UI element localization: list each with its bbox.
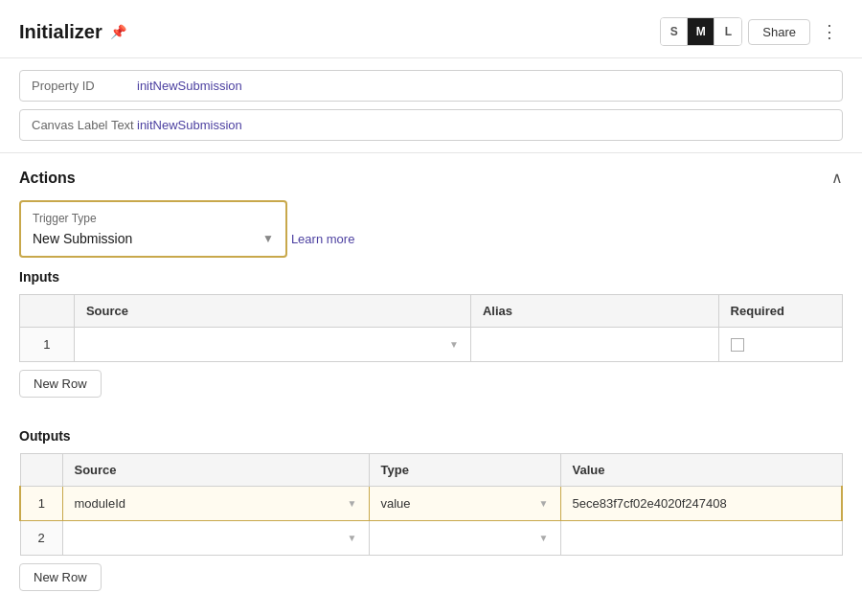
trigger-type-box[interactable]: Trigger Type New Submission ▼	[19, 200, 287, 258]
outputs-value-cell-2[interactable]	[560, 521, 842, 556]
inputs-col-alias: Alias	[470, 295, 718, 328]
size-m-button[interactable]: M	[688, 18, 715, 45]
more-menu-button[interactable]: ⋮	[816, 18, 843, 45]
cell-arrow-icon: ▼	[348, 498, 357, 509]
outputs-col-num	[20, 454, 62, 487]
canvas-label-label: Canvas Label Text	[32, 118, 137, 132]
outputs-value-1: 5ece83f7cf02e4020f247408	[573, 496, 727, 511]
actions-title: Actions	[19, 170, 76, 187]
table-row: 1 moduleId ▼ value ▼ 5ece83f7cf02e4020f2…	[20, 487, 842, 521]
size-group: S M L	[660, 17, 742, 46]
size-s-button[interactable]: S	[661, 18, 688, 45]
cell-arrow-icon: ▼	[539, 498, 549, 509]
outputs-section: Outputs Source Type Value 1 moduleId ▼ v…	[0, 428, 862, 616]
outputs-value-cell-1[interactable]: 5ece83f7cf02e4020f247408	[560, 487, 842, 521]
property-id-label: Property ID	[32, 79, 137, 93]
cell-arrow-icon: ▼	[539, 533, 549, 543]
outputs-new-row-button[interactable]: New Row	[19, 563, 102, 591]
inputs-table: Source Alias Required 1 ▼	[19, 294, 843, 362]
inputs-source-cell-1[interactable]: ▼	[74, 328, 470, 362]
outputs-title: Outputs	[19, 428, 843, 444]
table-row: 2 ▼ ▼	[20, 521, 842, 556]
inputs-col-required: Required	[718, 295, 842, 328]
actions-section: Actions ∧ Trigger Type New Submission ▼ …	[0, 153, 862, 428]
row-num-2: 2	[20, 521, 62, 556]
canvas-label-field[interactable]: Canvas Label Text initNewSubmission	[19, 109, 843, 141]
header-left: Initializer 📌	[19, 21, 126, 43]
share-button[interactable]: Share	[748, 19, 810, 45]
inputs-header-row: Source Alias Required	[20, 295, 843, 328]
outputs-source-cell-2[interactable]: ▼	[62, 521, 369, 556]
inputs-new-row-button[interactable]: New Row	[19, 370, 102, 398]
outputs-col-source: Source	[62, 454, 369, 487]
property-id-field[interactable]: Property ID initNewSubmission	[19, 70, 843, 102]
outputs-type-cell-1[interactable]: value ▼	[369, 487, 560, 521]
page-title: Initializer	[19, 21, 102, 43]
outputs-source-cell-1[interactable]: moduleId ▼	[62, 487, 369, 521]
pin-icon: 📌	[110, 24, 126, 39]
outputs-header-row: Source Type Value	[20, 454, 842, 487]
inputs-col-num	[20, 295, 75, 328]
row-num-1: 1	[20, 328, 75, 362]
size-l-button[interactable]: L	[715, 18, 741, 45]
actions-header: Actions ∧	[19, 169, 843, 187]
header-right: S M L Share ⋮	[660, 17, 843, 46]
cell-arrow-icon: ▼	[348, 533, 357, 543]
dropdown-arrow-icon: ▼	[262, 232, 274, 245]
trigger-type-select[interactable]: New Submission ▼	[33, 231, 274, 246]
property-id-value: initNewSubmission	[137, 79, 242, 93]
collapse-actions-button[interactable]: ∧	[831, 169, 843, 187]
outputs-source-value-1: moduleId	[75, 496, 125, 511]
cell-arrow-icon: ▼	[449, 339, 459, 350]
outputs-col-value: Value	[560, 454, 842, 487]
outputs-type-cell-2[interactable]: ▼	[369, 521, 560, 556]
inputs-title: Inputs	[19, 269, 843, 285]
outputs-type-value-1: value	[381, 496, 411, 511]
inputs-required-cell-1[interactable]	[718, 328, 842, 362]
property-section: Property ID initNewSubmission Canvas Lab…	[0, 58, 862, 153]
trigger-type-label: Trigger Type	[33, 212, 274, 225]
page-header: Initializer 📌 S M L Share ⋮	[0, 0, 862, 58]
canvas-label-value: initNewSubmission	[137, 118, 242, 132]
table-row: 1 ▼	[20, 328, 843, 362]
trigger-type-value: New Submission	[33, 231, 132, 246]
inputs-col-source: Source	[74, 295, 470, 328]
outputs-col-type: Type	[369, 454, 560, 487]
learn-more-link[interactable]: Learn more	[291, 232, 354, 246]
required-checkbox-1[interactable]	[731, 338, 744, 352]
row-num-1: 1	[20, 487, 62, 521]
inputs-alias-cell-1[interactable]	[470, 328, 718, 362]
outputs-table: Source Type Value 1 moduleId ▼ value ▼	[19, 453, 843, 556]
